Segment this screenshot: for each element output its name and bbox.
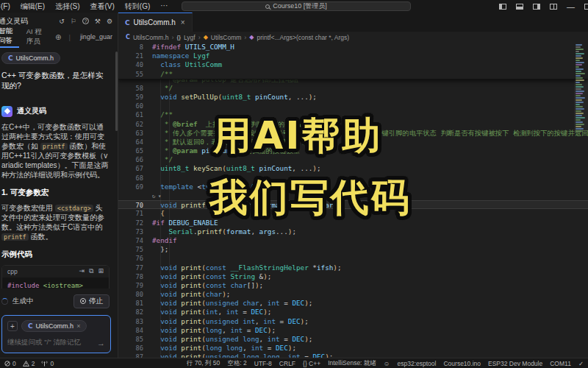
code-line[interactable]: 85 void print(unsigned long, int = DEC); (118, 335, 588, 344)
status-item[interactable]: ☺ (384, 360, 390, 367)
status-item[interactable]: 空格: 2 (227, 359, 246, 368)
insert-code-icon[interactable]: ⇥ (79, 267, 85, 275)
code-line[interactable]: 73 Serial.printf(format, args...); (118, 227, 588, 236)
code-line[interactable]: 74#endif (118, 236, 588, 245)
tools-icon[interactable]: ⚒ (95, 18, 101, 25)
status-item[interactable]: COM11 (550, 360, 571, 367)
menu-item[interactable]: ··· (155, 1, 173, 12)
current-code-line[interactable]: 70 void printf(const char *format, Args.… (118, 200, 588, 209)
code-line[interactable]: 68 (118, 174, 588, 183)
status-item[interactable]: 行 70, 列 50 (187, 359, 220, 368)
ports-indicator[interactable]: 0 (41, 360, 54, 367)
code-line[interactable]: 86 void print(long long, int = DEC); (118, 344, 588, 353)
customize-layout-icon[interactable] (550, 4, 557, 10)
input-context-chip[interactable]: C UtilsComm.h × (21, 320, 87, 332)
code-line[interactable]: 83 void print(unsigned int, int = DEC); (118, 317, 588, 326)
code-line[interactable]: 67 uint8_t keyScan(uint8_t pinCount, ...… (118, 164, 588, 173)
code-line[interactable]: 76 (118, 254, 588, 263)
status-item[interactable]: esp32:esptool (398, 360, 437, 367)
toggle-sidebar-icon[interactable] (499, 4, 506, 10)
code-line[interactable]: 60 (118, 102, 588, 110)
history-icon[interactable]: ↺ (59, 18, 65, 25)
code-line[interactable]: 79 void print(const char[]); (118, 281, 588, 290)
maximize-icon[interactable] (584, 4, 588, 10)
toggle-secondary-sidebar-icon[interactable] (533, 4, 540, 10)
code-line[interactable]: 65 * @param pinCount 需要扫描的按键数量 (118, 146, 588, 155)
menu-item[interactable]: 编辑(E) (15, 1, 50, 12)
line-number: 61 (118, 110, 143, 119)
minimize-icon[interactable]: — (567, 4, 575, 10)
minimap[interactable] (576, 44, 587, 132)
code-line[interactable]: 69 template <typename... Args> (118, 183, 588, 191)
command-center-search[interactable]: Course10 [管理员] (182, 1, 411, 11)
code-line[interactable]: 58 */ (118, 84, 588, 93)
help-icon[interactable]: ? (82, 18, 89, 24)
code-line[interactable]: ↻▾ (118, 191, 588, 200)
code-line[interactable]: 64 * 默认返回0，表示没有检测到任何按键被按下。 (118, 138, 588, 146)
new-file-icon[interactable]: ⊞ (98, 267, 104, 275)
send-icon[interactable]: → (97, 339, 105, 347)
close-tab-icon[interactable]: × (181, 18, 185, 26)
code-line[interactable]: 55 /** (118, 70, 588, 79)
code-line[interactable]: 78 void print(const String &); (118, 272, 588, 281)
assistant-logo-icon (1, 106, 12, 117)
code-line[interactable]: 8#ifndef UTILS_COMM_H (118, 43, 588, 52)
code-line[interactable]: 87 void print(unsigned long long, int = … (118, 353, 588, 358)
status-item[interactable]: ✓ (578, 360, 584, 367)
divider: | (68, 33, 70, 41)
breadcrumb-item[interactable]: Lygf (184, 34, 196, 41)
breadcrumb-item[interactable]: printf<...Args>(const char *, Args) (257, 34, 350, 41)
code-line[interactable]: 75 }; (118, 245, 588, 254)
stop-button[interactable]: 停止 (74, 294, 110, 308)
feedback-icon[interactable]: ⚐ (71, 18, 76, 25)
account-button[interactable]: jingle_guan... (78, 33, 112, 40)
warnings-indicator[interactable]: 2 (23, 360, 35, 367)
menu-item[interactable]: 选择(S) (50, 1, 85, 12)
errors-indicator[interactable]: 0 (4, 360, 16, 367)
line-number: 55 (118, 70, 143, 79)
status-item[interactable]: IntelliSense: 就绪 (328, 359, 376, 368)
status-item[interactable]: CRLF (279, 360, 295, 367)
status-item[interactable]: {} C++ (303, 360, 320, 367)
minimap-line (576, 124, 584, 125)
copy-code-icon[interactable]: ⧉ (89, 267, 93, 275)
code-line[interactable]: 72#if DEBUG_ENABLE (118, 219, 588, 227)
new-chat-icon[interactable]: ⊕ (55, 33, 61, 41)
code-line[interactable]: 84 void print(long, int = DEC); (118, 326, 588, 335)
code-line[interactable]: 62 * @brief 上拉按键扫描 判断指定的按键是否被按下 (118, 120, 588, 129)
inline-suggestion-icons[interactable]: ↻▾ (152, 193, 164, 199)
code-line[interactable]: 59 void setPullUp(uint8_t pinCount, ...)… (118, 93, 588, 102)
breadcrumb-item[interactable]: UtilsComm.h (133, 34, 169, 41)
code-line[interactable]: 40 class UtilsComm (118, 60, 588, 69)
code-line[interactable]: 66 */ (118, 155, 588, 164)
code-line[interactable]: 63 * 传入多个需要扫描检测的按键引脚编号 每次调用时依次扫描每一个按键引脚的… (118, 129, 588, 138)
add-context-button[interactable]: + (7, 321, 18, 331)
code-editor[interactable]: 8#ifndef UTILS_COMM_H21namespace Lygf40 … (118, 43, 588, 358)
code-line[interactable]: 71 { (118, 209, 588, 218)
code-line[interactable]: 61 /** (118, 110, 588, 119)
code-line[interactable]: 21namespace Lygf (118, 52, 588, 60)
menu-item[interactable]: 文件(F) (0, 1, 15, 12)
menu-item[interactable]: 转到(G) (120, 1, 155, 12)
minimap-line (576, 104, 580, 105)
status-item[interactable]: UTF-8 (254, 360, 272, 367)
code-line[interactable]: 77 void print(const __FlashStringHelper … (118, 263, 588, 272)
user-context-chip[interactable]: C UtilsComm.h (1, 52, 60, 64)
breadcrumb-item[interactable]: UtilsComm (211, 34, 242, 41)
chat-input-box[interactable]: + C UtilsComm.h × 继续提问或 "/" 清除记忆 → (1, 315, 111, 353)
chat-scrollbar[interactable] (115, 52, 118, 131)
menu-item[interactable]: 查看(V) (85, 1, 119, 12)
tab-utilscomm[interactable]: C UtilsComm.h × (118, 13, 193, 32)
code-line[interactable]: 82 void print(int, int = DEC); (118, 308, 588, 316)
minimap-line (576, 84, 582, 85)
code-line[interactable]: 80 void print(char); (118, 290, 588, 299)
toggle-panel-icon[interactable] (516, 4, 523, 10)
status-item[interactable]: ESP32 Dev Module (488, 360, 542, 367)
minimap-line (576, 60, 580, 61)
settings-gear-icon[interactable]: ⚙ (107, 18, 112, 25)
ai-chat-panel: 通义灵码 ↺ ⚐ ? ⚒ ⚙ 智能问答AI 程序员⊕|jingle_guan..… (0, 13, 118, 358)
radio-tower-icon (41, 361, 48, 367)
chip-close-icon[interactable]: × (76, 322, 80, 330)
status-item[interactable]: Course10.ino (443, 360, 481, 367)
code-line[interactable]: 81 void print(unsigned char, int = DEC); (118, 299, 588, 308)
